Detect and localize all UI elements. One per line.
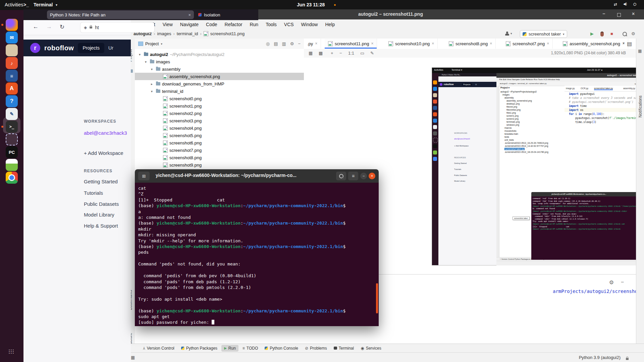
tab-screenshot8[interactable]: screenshot8.png× <box>445 39 496 49</box>
tree-row-screenshot4[interactable]: screenshot4.png <box>135 124 304 132</box>
tree-row-terminal-id[interactable]: ▾terminal_id <box>135 87 304 95</box>
terminal-content[interactable]: cat ^Z [1]+ Stopped cat (base) yichen@cs… <box>135 183 379 326</box>
maximize-icon[interactable] <box>617 12 621 18</box>
terminal-scrollbar[interactable] <box>376 283 378 313</box>
write-lock-icon[interactable] <box>626 356 629 361</box>
expand-all-icon[interactable]: ▤ <box>274 41 278 46</box>
zoom-out-icon[interactable]: − <box>339 51 342 56</box>
terminal-close-icon[interactable]: × <box>369 173 375 179</box>
add-workspace-link[interactable]: + Add Workspace <box>84 150 123 156</box>
menu-vcs[interactable]: VCS <box>284 22 294 27</box>
menu-help[interactable]: Help <box>325 22 335 27</box>
volume-icon[interactable]: ◀) <box>623 2 627 6</box>
panel-gear-icon[interactable]: ⚙ <box>290 41 294 46</box>
dock-thunderbird-icon[interactable]: ✉ <box>6 32 18 44</box>
back-icon[interactable]: ← <box>33 23 39 30</box>
link-tutorials[interactable]: Tutorials <box>84 190 103 196</box>
stop-button[interactable]: ■ <box>610 31 613 36</box>
dock-help-icon[interactable]: ? <box>6 95 18 107</box>
show-applications-icon[interactable]: ••••••••• <box>6 345 18 357</box>
dock-writer-icon[interactable]: ≡ <box>6 70 18 82</box>
menu-run[interactable]: Run <box>250 22 258 27</box>
pencil-icon[interactable]: ✎ <box>370 51 374 56</box>
workspace-link[interactable]: abel@canc3rhack3 <box>84 130 127 136</box>
tree-row-screenshot2[interactable]: screenshot2.png <box>135 110 304 117</box>
select-icon[interactable]: ▭ <box>360 51 364 56</box>
tab-list-icon[interactable]: ▤ <box>627 41 632 47</box>
run-button[interactable]: ▶ <box>590 31 594 36</box>
new-tab-button[interactable]: ⊞ <box>138 172 150 180</box>
tree-row-screenshot9[interactable]: screenshot9.png <box>135 161 304 169</box>
tree-row-screenshot8[interactable]: screenshot8.png <box>135 154 304 161</box>
breadcrumb-terminal-id[interactable]: terminal_id <box>177 31 198 36</box>
stripe-grid-icon[interactable]: ▦ <box>638 49 642 53</box>
firefox-tab-2[interactable]: Isolation <box>195 10 248 19</box>
toolbtn-python-console[interactable]: Python Console <box>262 345 301 352</box>
locate-icon[interactable]: ◎ <box>266 41 270 46</box>
debug-button[interactable] <box>600 32 604 38</box>
firefox-tab-1[interactable]: Python 3 Notes: File Path an × <box>47 10 194 19</box>
toolbtn-terminal[interactable]: Terminal <box>331 345 357 352</box>
search-everywhere-icon[interactable] <box>623 32 627 37</box>
tabs-chevron-icon[interactable]: ▾ <box>623 41 625 45</box>
project-panel-header[interactable]: Project ▾ ◎ ▤ ▥ ⚙ − <box>135 39 304 49</box>
network-icon[interactable]: ⇄ <box>614 2 617 7</box>
dock-rhythmbox-icon[interactable]: ♪ <box>6 57 18 69</box>
roboflow-brand[interactable]: roboflow <box>44 44 74 52</box>
actual-size-icon[interactable]: 1:1 <box>348 51 354 56</box>
toolbtn-python-packages[interactable]: Python Packages <box>178 345 220 352</box>
dock-firefox-icon[interactable] <box>6 19 18 31</box>
menu-code[interactable]: Code <box>206 22 217 27</box>
dock-files-icon[interactable] <box>6 44 18 56</box>
dock-software-icon[interactable]: A <box>6 82 18 95</box>
link-help-support[interactable]: Help & Support <box>84 223 118 229</box>
status-left-icon[interactable]: ▦ <box>131 355 135 360</box>
toolbtn-run[interactable]: ▶Run <box>221 345 238 352</box>
user-icon[interactable] <box>505 32 509 37</box>
run-config-selector[interactable]: screenshot taker ▾ <box>520 30 567 38</box>
terminal-title-bar[interactable]: ⊞ yichen@csd-HP-xw6600-Workstation: ~/py… <box>135 169 379 183</box>
clock[interactable]: Jun 23 11:28 <box>297 2 325 7</box>
terminal-menu-button[interactable]: ≡ <box>348 172 358 180</box>
toolbtn-services[interactable]: ◉Services <box>358 345 384 352</box>
forward-icon[interactable]: → <box>46 23 52 30</box>
tree-row-assembly[interactable]: ▾assembly <box>135 65 304 73</box>
dock-select-tool-icon[interactable] <box>6 133 18 145</box>
terminal-minimize-icon[interactable]: − <box>360 173 367 179</box>
tree-row-screenshot1[interactable]: screenshot1.png <box>135 102 304 110</box>
menu-tools[interactable]: Tools <box>266 22 277 27</box>
menu-window[interactable]: Window <box>301 22 318 27</box>
tree-row-screenshot7[interactable]: screenshot7.png <box>135 146 304 154</box>
run-panel-gear-icon[interactable]: ⚙ <box>609 279 614 286</box>
tab-py-partial[interactable]: .py× <box>304 39 321 49</box>
power-icon[interactable]: ⏻ <box>633 2 637 7</box>
tab-screenshot11[interactable]: screenshot11.png× <box>325 39 377 49</box>
tab-screenshot10[interactable]: screenshot10.png× <box>385 39 438 49</box>
tab-assembly-screenshot[interactable]: assembly_screenshot.png× <box>559 39 628 49</box>
breadcrumb-images[interactable]: images <box>157 31 171 36</box>
dock-terminal-icon[interactable]: >_ <box>6 121 18 133</box>
nav-projects[interactable]: Projects <box>78 43 104 53</box>
menu-navigate[interactable]: Navigate <box>180 22 199 27</box>
stripe-notifications[interactable]: Notifications <box>638 96 643 117</box>
tree-row-screenshot0[interactable]: screenshot0.png <box>135 95 304 102</box>
tree-row-autogui2[interactable]: ▾autogui2~/PycharmProjects/autogui2 <box>135 51 304 58</box>
dock-text-editor-icon[interactable]: ✎ <box>6 108 18 120</box>
app-menu[interactable]: Terminal <box>34 2 53 7</box>
minimize-icon[interactable]: − <box>602 11 605 16</box>
settings-gear-icon[interactable]: ⚙ <box>631 31 635 36</box>
url-bar[interactable]: ◈ ht <box>80 22 154 33</box>
zoom-in-icon[interactable]: + <box>331 51 333 56</box>
tree-row-download-genomes[interactable]: ▸download_genomes_from_HMP <box>135 80 304 87</box>
interpreter-status[interactable]: Python 3.9 (autogui2) <box>579 355 621 360</box>
checker-icon[interactable]: ▦ <box>309 51 313 56</box>
dock-calc-icon[interactable] <box>6 159 18 171</box>
tab1-close-icon[interactable]: × <box>188 12 191 17</box>
tree-row-screenshot5[interactable]: screenshot5.png <box>135 132 304 139</box>
dock-pycharm-icon[interactable]: PC <box>6 146 18 158</box>
breadcrumb-file[interactable]: screenshot11.png <box>210 31 245 36</box>
shield-icon[interactable]: ◈ <box>84 25 87 30</box>
run-panel-hide-icon[interactable]: − <box>621 279 624 285</box>
tree-row-screenshot6[interactable]: screenshot6.png <box>135 139 304 146</box>
panel-hide-icon[interactable]: − <box>298 41 301 46</box>
